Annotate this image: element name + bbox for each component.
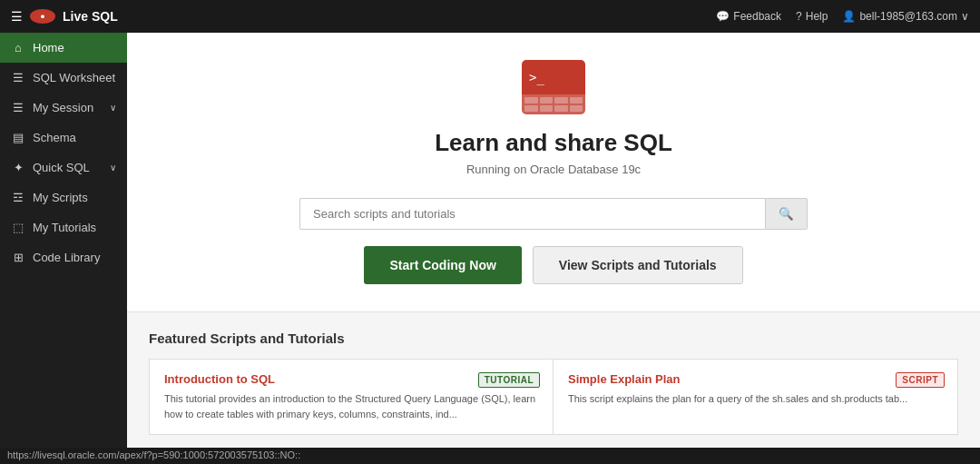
sidebar-item-schema[interactable]: ▤ Schema	[0, 123, 127, 153]
help-icon: ?	[796, 10, 802, 23]
featured-grid: TUTORIAL Introduction to SQL This tutori…	[149, 359, 958, 435]
featured-card-0: TUTORIAL Introduction to SQL This tutori…	[150, 360, 554, 434]
card-desc-0: This tutorial provides an introduction t…	[164, 391, 538, 421]
chevron-down-icon: ∨	[961, 10, 969, 23]
quick-sql-icon: ✦	[11, 161, 25, 174]
chevron-icon-2: ∨	[110, 163, 116, 173]
feedback-icon: 💬	[716, 10, 730, 23]
sidebar-item-home[interactable]: ⌂ Home	[0, 33, 127, 63]
navbar-right: 💬 Feedback ? Help 👤 bell-1985@163.com ∨	[716, 10, 969, 23]
sidebar: ⌂ Home ☰ SQL Worksheet ☰ My Session ∨ ▤ …	[0, 33, 127, 448]
terminal-icon: >_	[522, 60, 585, 114]
sidebar-item-my-session[interactable]: ☰ My Session ∨	[0, 93, 127, 123]
hero-title: Learn and share SQL	[435, 129, 672, 157]
sidebar-item-quick-sql[interactable]: ✦ Quick SQL ∨	[0, 153, 127, 183]
featured-card-1: SCRIPT Simple Explain Plan This script e…	[554, 360, 957, 434]
feedback-link[interactable]: 💬 Feedback	[716, 10, 781, 23]
sidebar-item-my-scripts[interactable]: ☲ My Scripts	[0, 183, 127, 212]
sidebar-item-code-library[interactable]: ⊞ Code Library	[0, 242, 127, 272]
main-layout: ⌂ Home ☰ SQL Worksheet ☰ My Session ∨ ▤ …	[0, 33, 980, 448]
schema-icon: ▤	[11, 131, 25, 144]
user-icon: 👤	[842, 10, 856, 23]
card-title-1[interactable]: Simple Explain Plan	[568, 372, 943, 386]
cta-buttons: Start Coding Now View Scripts and Tutori…	[364, 246, 742, 284]
card-tag-1: SCRIPT	[896, 372, 945, 388]
search-input[interactable]	[299, 198, 765, 230]
home-icon: ⌂	[11, 41, 25, 54]
help-link[interactable]: ? Help	[796, 10, 828, 23]
my-tutorials-icon: ⬚	[11, 221, 25, 234]
sidebar-item-my-tutorials[interactable]: ⬚ My Tutorials	[0, 212, 127, 242]
card-desc-1: This script explains the plan for a quer…	[568, 391, 943, 407]
terminal-top: >_	[522, 60, 585, 94]
hero-section: >_ Learn and share SQL Running on Oracle…	[127, 33, 980, 312]
search-icon: 🔍	[779, 207, 794, 221]
logo-icon: ●	[30, 9, 55, 24]
search-button[interactable]: 🔍	[765, 198, 808, 230]
chevron-icon: ∨	[110, 103, 116, 113]
search-bar: 🔍	[299, 198, 808, 230]
sql-worksheet-icon: ☰	[11, 71, 25, 84]
featured-section: Featured Scripts and Tutorials TUTORIAL …	[127, 312, 980, 448]
hamburger-icon[interactable]: ☰	[11, 9, 23, 24]
start-coding-button[interactable]: Start Coding Now	[364, 246, 521, 284]
my-scripts-icon: ☲	[11, 191, 25, 204]
code-library-icon: ⊞	[11, 251, 25, 264]
view-scripts-button[interactable]: View Scripts and Tutorials	[533, 246, 743, 284]
user-menu[interactable]: 👤 bell-1985@163.com ∨	[842, 10, 969, 23]
status-bar: https://livesql.oracle.com/apex/f?p=590:…	[0, 448, 980, 464]
main-content: >_ Learn and share SQL Running on Oracle…	[127, 33, 980, 448]
hero-subtitle: Running on Oracle Database 19c	[466, 163, 641, 176]
status-url: https://livesql.oracle.com/apex/f?p=590:…	[7, 449, 300, 460]
card-tag-0: TUTORIAL	[478, 372, 540, 388]
sidebar-item-sql-worksheet[interactable]: ☰ SQL Worksheet	[0, 63, 127, 93]
navbar: ☰ ● Live SQL 💬 Feedback ? Help 👤 bell-19…	[0, 0, 980, 33]
terminal-bottom	[522, 94, 585, 114]
my-session-icon: ☰	[11, 101, 25, 114]
app-title: Live SQL	[63, 9, 118, 24]
featured-title: Featured Scripts and Tutorials	[149, 331, 958, 346]
navbar-left: ☰ ● Live SQL	[11, 9, 118, 24]
